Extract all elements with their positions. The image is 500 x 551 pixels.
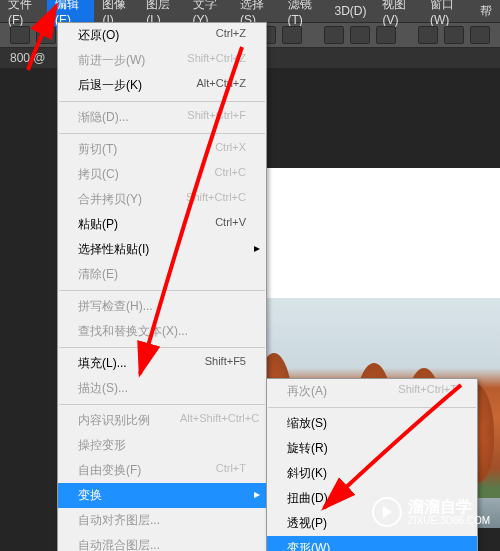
menu-item-label: 操控变形: [78, 437, 126, 454]
edit-menu-item: 自动对齐图层...: [58, 508, 266, 533]
menu-3d[interactable]: 3D(D): [326, 1, 374, 21]
menu-item-label: 清除(E): [78, 266, 118, 283]
menu-separator: [268, 407, 476, 408]
menu-help[interactable]: 帮: [472, 0, 500, 23]
edit-menu-item: 操控变形: [58, 433, 266, 458]
watermark: 溜溜自学 ZIXUE.3D66.COM: [372, 497, 490, 527]
menu-item-shortcut: Ctrl+Z: [216, 27, 246, 44]
menu-item-label: 变换: [78, 487, 102, 504]
edit-menu-item: 自由变换(F)Ctrl+T: [58, 458, 266, 483]
toolbar-button[interactable]: [470, 26, 490, 44]
chevron-right-icon: ▸: [254, 241, 260, 255]
menu-item-label: 描边(S)...: [78, 380, 128, 397]
watermark-name: 溜溜自学: [408, 498, 490, 516]
play-icon: [372, 497, 402, 527]
menu-item-shortcut: Ctrl+V: [215, 216, 246, 233]
edit-menu-item: 合并拷贝(Y)Shift+Ctrl+C: [58, 187, 266, 212]
menu-separator: [59, 290, 265, 291]
menu-item-label: 剪切(T): [78, 141, 117, 158]
menu-item-label: 自动对齐图层...: [78, 512, 160, 529]
menu-item-label: 拷贝(C): [78, 166, 119, 183]
edit-menu-item: 前进一步(W)Shift+Ctrl+Z: [58, 48, 266, 73]
chevron-right-icon: ▸: [254, 487, 260, 501]
edit-menu-item[interactable]: 选择性粘贴(I)▸: [58, 237, 266, 262]
menu-item-label: 自由变换(F): [78, 462, 141, 479]
menu-item-label: 查找和替换文本(X)...: [78, 323, 188, 340]
menu-item-shortcut: Shift+Ctrl+C: [186, 191, 246, 208]
toolbar-button[interactable]: [376, 26, 396, 44]
toolbar-button[interactable]: [324, 26, 344, 44]
menu-item-label: 合并拷贝(Y): [78, 191, 142, 208]
menu-separator: [59, 404, 265, 405]
toolbar-button[interactable]: [350, 26, 370, 44]
edit-menu-dropdown: 还原(O)Ctrl+Z前进一步(W)Shift+Ctrl+Z后退一步(K)Alt…: [57, 22, 267, 551]
edit-menu-item: 拷贝(C)Ctrl+C: [58, 162, 266, 187]
menu-item-label: 斜切(K): [287, 465, 327, 482]
menu-item-label: 自动混合图层...: [78, 537, 160, 551]
toolbar-button[interactable]: [36, 26, 56, 44]
menu-item-shortcut: Ctrl+C: [215, 166, 246, 183]
transform-submenu-item[interactable]: 缩放(S): [267, 411, 477, 436]
toolbar-button[interactable]: [282, 26, 302, 44]
menu-item-label: 渐隐(D)...: [78, 109, 129, 126]
menu-item-label: 透视(P): [287, 515, 327, 532]
menu-item-label: 还原(O): [78, 27, 119, 44]
edit-menu-item[interactable]: 粘贴(P)Ctrl+V: [58, 212, 266, 237]
menu-item-label: 前进一步(W): [78, 52, 145, 69]
menu-item-shortcut: Shift+Ctrl+T: [398, 383, 457, 400]
transform-submenu-item: 再次(A)Shift+Ctrl+T: [267, 379, 477, 404]
edit-menu-item: 渐隐(D)...Shift+Ctrl+F: [58, 105, 266, 130]
transform-submenu-item[interactable]: 斜切(K): [267, 461, 477, 486]
menu-separator: [59, 347, 265, 348]
menu-item-label: 旋转(R): [287, 440, 328, 457]
edit-menu-item: 内容识别比例Alt+Shift+Ctrl+C: [58, 408, 266, 433]
menu-item-shortcut: Ctrl+T: [216, 462, 246, 479]
menu-separator: [59, 101, 265, 102]
edit-menu-item: 自动混合图层...: [58, 533, 266, 551]
edit-menu-item: 剪切(T)Ctrl+X: [58, 137, 266, 162]
menu-item-shortcut: Ctrl+X: [215, 141, 246, 158]
edit-menu-item[interactable]: 变换▸: [58, 483, 266, 508]
toolbar-button[interactable]: [10, 26, 30, 44]
menu-item-shortcut: Shift+Ctrl+Z: [187, 52, 246, 69]
menu-item-label: 后退一步(K): [78, 77, 142, 94]
menu-item-label: 选择性粘贴(I): [78, 241, 149, 258]
menu-separator: [59, 133, 265, 134]
menu-item-label: 填充(L)...: [78, 355, 127, 372]
edit-menu-item: 描边(S)...: [58, 376, 266, 401]
menu-item-label: 内容识别比例: [78, 412, 150, 429]
menu-item-label: 扭曲(D): [287, 490, 328, 507]
watermark-site: ZIXUE.3D66.COM: [408, 515, 490, 526]
menu-item-shortcut: Shift+Ctrl+F: [187, 109, 246, 126]
menu-item-shortcut: Shift+F5: [205, 355, 246, 372]
edit-menu-item[interactable]: 后退一步(K)Alt+Ctrl+Z: [58, 73, 266, 98]
menu-item-label: 粘贴(P): [78, 216, 118, 233]
menu-item-shortcut: Alt+Ctrl+Z: [196, 77, 246, 94]
menu-item-label: 缩放(S): [287, 415, 327, 432]
menu-item-label: 变形(W): [287, 540, 330, 551]
toolbar-button[interactable]: [418, 26, 438, 44]
transform-submenu-item[interactable]: 变形(W): [267, 536, 477, 551]
edit-menu-item[interactable]: 填充(L)...Shift+F5: [58, 351, 266, 376]
edit-menu-item: 拼写检查(H)...: [58, 294, 266, 319]
menu-item-label: 再次(A): [287, 383, 327, 400]
edit-menu-item: 清除(E): [58, 262, 266, 287]
menubar: 文件(F) 编辑(E) 图像(I) 图层(L) 文字(Y) 选择(S) 滤镜(T…: [0, 0, 500, 22]
edit-menu-item: 查找和替换文本(X)...: [58, 319, 266, 344]
transform-submenu-item[interactable]: 旋转(R): [267, 436, 477, 461]
edit-menu-item[interactable]: 还原(O)Ctrl+Z: [58, 23, 266, 48]
menu-item-shortcut: Alt+Shift+Ctrl+C: [180, 412, 259, 429]
toolbar-button[interactable]: [444, 26, 464, 44]
menu-item-label: 拼写检查(H)...: [78, 298, 153, 315]
